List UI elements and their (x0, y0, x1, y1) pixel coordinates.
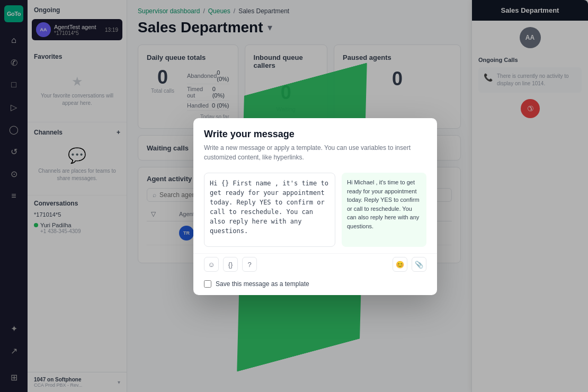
message-preview: Hi Michael , it's time to get ready for … (342, 173, 426, 247)
modal-toolbar: ☺ {} ? 😊 📎 (193, 253, 437, 276)
save-template-label[interactable]: Save this message as a template (216, 280, 309, 288)
modal-footer: Save this message as a template (193, 276, 437, 295)
modal-toolbar-right: 😊 📎 (393, 257, 426, 272)
modal-overlay: Write your message Write a new message o… (0, 0, 588, 392)
code-icon-button[interactable]: {} (223, 257, 238, 272)
attachment-icon-button[interactable]: 📎 (412, 257, 426, 272)
modal-title: Write your message (204, 129, 426, 140)
write-message-modal: Write your message Write a new message o… (193, 118, 437, 295)
question-icon-button[interactable]: ? (242, 257, 257, 272)
emoji-icon-button[interactable]: 😊 (393, 257, 407, 272)
smiley-icon-button[interactable]: ☺ (204, 257, 219, 272)
modal-toolbar-left: ☺ {} ? (204, 257, 257, 272)
modal-header: Write your message Write a new message o… (193, 118, 437, 166)
message-compose-input[interactable]: Hi {} First name , it's time to get read… (204, 173, 335, 247)
modal-subtitle: Write a new message or apply a template.… (204, 143, 426, 162)
modal-body: Hi {} First name , it's time to get read… (193, 166, 437, 253)
save-template-checkbox[interactable] (204, 280, 211, 288)
